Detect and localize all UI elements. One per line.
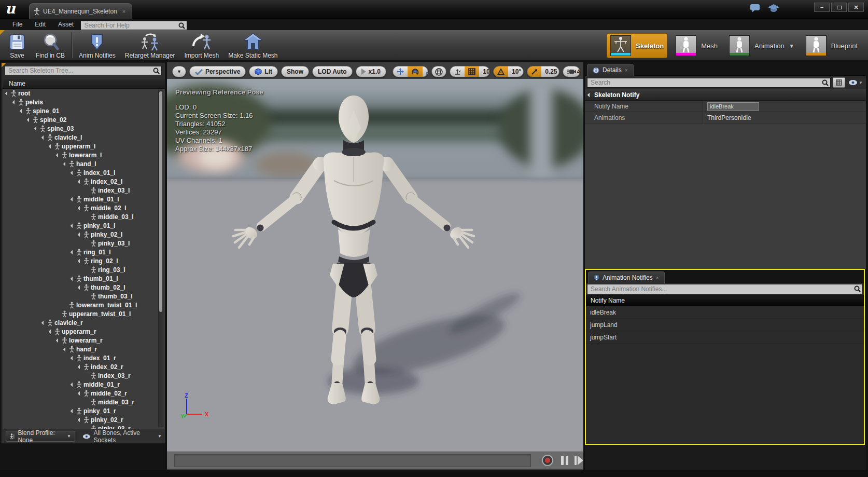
expand-arrow-icon[interactable] — [49, 144, 53, 148]
scale-tool-button[interactable] — [423, 66, 428, 77]
mode-blueprint-button[interactable]: Blueprint — [803, 34, 861, 58]
expand-arrow-icon[interactable] — [78, 364, 82, 369]
find-in-cb-button[interactable]: Find in CB — [31, 31, 69, 61]
notify-list-item[interactable]: jumpLand — [586, 319, 864, 331]
skeleton-notify-section-header[interactable]: Skeleton Notify — [585, 89, 866, 101]
expand-arrow-icon[interactable] — [12, 100, 17, 104]
expand-arrow-icon[interactable] — [71, 408, 75, 413]
notify-name-input[interactable] — [707, 102, 759, 111]
grid-snap-value[interactable]: 10▼ — [479, 66, 490, 77]
blend-profile-button[interactable]: Blend Profile: None ▼ — [6, 431, 75, 442]
skeleton-tree-row[interactable]: pinky_01_l — [3, 221, 165, 230]
expand-arrow-icon[interactable] — [78, 258, 82, 263]
expand-arrow-icon[interactable] — [71, 250, 75, 254]
minimize-button[interactable]: – — [814, 3, 830, 12]
tab-close-icon[interactable]: × — [122, 8, 125, 15]
skeleton-tree-row[interactable]: pinky_02_l — [3, 230, 165, 239]
make-static-mesh-button[interactable]: Make Static Mesh — [223, 31, 282, 61]
anim-notifies-search[interactable] — [587, 284, 863, 294]
skeleton-tree-row[interactable]: ring_03_l — [3, 265, 165, 274]
skeleton-tree-row[interactable]: middle_03_r — [3, 398, 165, 406]
skeleton-tree-row[interactable]: spine_03 — [3, 124, 165, 133]
skeleton-tree-row[interactable]: spine_02 — [3, 115, 165, 124]
expand-arrow-icon[interactable] — [78, 285, 82, 289]
scale-snap-toggle[interactable] — [527, 66, 541, 77]
skeleton-tree-row[interactable]: clavicle_l — [3, 133, 165, 142]
skeleton-tree-row[interactable]: index_01_r — [3, 353, 165, 362]
expand-arrow-icon[interactable] — [78, 391, 82, 395]
menu-item[interactable]: File — [6, 21, 29, 28]
anim-notifies-close-icon[interactable]: × — [656, 275, 659, 281]
mode-mesh-button[interactable]: Mesh — [673, 34, 721, 58]
mode-skeleton-button[interactable]: Skeleton — [607, 33, 667, 58]
tree-scrollbar-thumb[interactable] — [159, 91, 162, 312]
lod-auto-button[interactable]: LOD Auto — [312, 66, 353, 77]
skeleton-tree-row[interactable]: pinky_03_l — [3, 239, 165, 248]
surface-snap-button[interactable] — [450, 66, 465, 77]
skeleton-tree-row[interactable]: middle_02_l — [3, 203, 165, 212]
save-button[interactable]: Save — [3, 31, 31, 61]
skeleton-tree-row[interactable]: index_02_r — [3, 362, 165, 371]
skeleton-tree-search[interactable] — [5, 66, 162, 75]
skeleton-tree-row[interactable]: ring_01_l — [3, 248, 165, 256]
asset-tab[interactable]: UE4_Mannequin_Skeleton × — [29, 3, 132, 19]
details-close-icon[interactable]: × — [625, 67, 628, 73]
expand-arrow-icon[interactable] — [71, 170, 75, 174]
skeleton-tree-row[interactable]: middle_01_r — [3, 380, 165, 389]
record-button[interactable] — [542, 455, 553, 466]
skeleton-tree-row[interactable]: ring_02_l — [3, 256, 165, 265]
expand-arrow-icon[interactable] — [78, 232, 82, 236]
scale-snap-value[interactable]: 0.25▼ — [541, 66, 559, 77]
expand-arrow-icon[interactable] — [27, 117, 31, 121]
show-menu-button[interactable]: Show — [281, 66, 309, 77]
help-search-input[interactable] — [83, 21, 176, 30]
mode-animation-button[interactable]: Animation ▼ — [726, 34, 797, 58]
animation-dropdown-icon[interactable]: ▼ — [789, 43, 794, 49]
expand-arrow-icon[interactable] — [78, 417, 82, 421]
skeleton-tree-row[interactable]: thumb_03_l — [3, 292, 165, 301]
animation-notifies-tab[interactable]: Animation Notifies × — [588, 271, 665, 283]
menu-item[interactable]: Asset — [52, 21, 80, 28]
tutorial-cap-icon[interactable] — [767, 4, 780, 13]
rotation-snap-toggle[interactable] — [494, 66, 508, 77]
expand-arrow-icon[interactable] — [71, 276, 75, 280]
import-mesh-button[interactable]: Import Mesh — [179, 31, 223, 61]
playback-speed-button[interactable]: x1.0 — [356, 66, 386, 77]
expand-arrow-icon[interactable] — [71, 382, 75, 386]
expand-arrow-icon[interactable] — [63, 161, 67, 166]
preview-viewport[interactable]: ▼ Perspective Lit Show LOD Auto x1.0 — [167, 62, 583, 470]
skeleton-tree-row[interactable]: pinky_03_r — [3, 424, 165, 429]
skeleton-tree-row[interactable]: thumb_02_l — [3, 283, 165, 292]
timeline-track[interactable] — [174, 454, 531, 467]
bone-filter-dropdown[interactable]: All Bones, Active Sockets ▼ — [82, 429, 162, 444]
menu-item[interactable]: Edit — [29, 21, 52, 28]
expand-arrow-icon[interactable] — [71, 356, 75, 360]
details-search[interactable] — [587, 78, 831, 88]
pause-button[interactable] — [561, 456, 569, 465]
skeleton-tree-row[interactable]: middle_03_l — [3, 212, 165, 221]
skeleton-tree-row[interactable]: index_03_l — [3, 186, 165, 195]
skeleton-tree-row[interactable]: lowerarm_twist_01_l — [3, 301, 165, 309]
skeleton-tree-row[interactable]: spine_01 — [3, 106, 165, 115]
skeleton-tree-row[interactable]: middle_02_r — [3, 389, 165, 398]
retarget-manager-button[interactable]: Retarget Manager — [120, 31, 180, 61]
expand-arrow-icon[interactable] — [41, 135, 46, 139]
anim-notifies-button[interactable]: Anim Notifies — [74, 31, 120, 61]
perspective-button[interactable]: Perspective — [189, 66, 246, 77]
skeleton-tree-row[interactable]: pelvis — [3, 98, 165, 106]
expand-arrow-icon[interactable] — [71, 223, 75, 227]
skeleton-tree[interactable]: root pelvis — [3, 89, 165, 429]
tree-scrollbar[interactable] — [158, 90, 163, 427]
skeleton-tree-row[interactable]: hand_r — [3, 345, 165, 353]
viewport-canvas[interactable]: Previewing Reference Pose LOD: 0 Current… — [167, 79, 583, 452]
skeleton-tree-row[interactable]: lowerarm_r — [3, 336, 165, 345]
expand-arrow-icon[interactable] — [71, 197, 75, 201]
expand-arrow-icon[interactable] — [56, 153, 60, 157]
expand-arrow-icon[interactable] — [20, 108, 24, 113]
skeleton-tree-search-input[interactable] — [7, 66, 151, 75]
skeleton-tree-row[interactable]: upperarm_r — [3, 327, 165, 336]
rotate-tool-button[interactable] — [408, 66, 423, 77]
grid-snap-toggle[interactable] — [465, 66, 479, 77]
maximize-button[interactable] — [831, 3, 847, 12]
lit-mode-button[interactable]: Lit — [249, 66, 278, 77]
